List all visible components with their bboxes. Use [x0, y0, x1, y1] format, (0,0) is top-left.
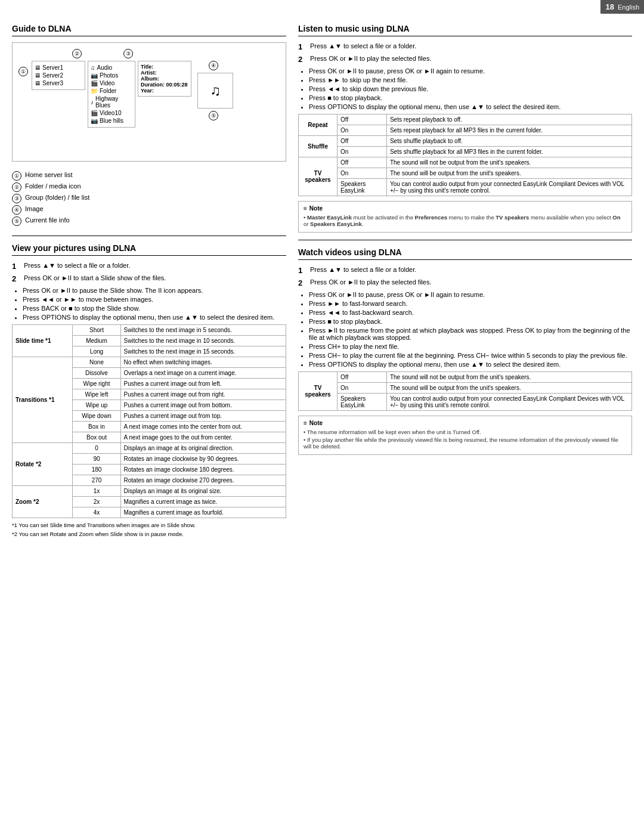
table-row: Speakers EasyLink You can control audio …: [299, 394, 632, 411]
table-row: Speakers EasyLink You can control audio …: [299, 179, 632, 196]
right-column: Listen to music using DLNA 1 Press ▲▼ to…: [298, 24, 632, 537]
left-column: Guide to DLNA ② ③ ① 🖥 Server1: [12, 24, 286, 537]
section-divider: [12, 236, 286, 236]
note-icon: ≡: [304, 205, 307, 212]
table-row: Zoom *2 1x Displays an image at its orig…: [13, 486, 286, 497]
watch-title: Watch videos using DLNA: [298, 247, 632, 260]
table-row: On Sets repeat playback for all MP3 file…: [299, 125, 632, 136]
step-1: 1 Press ▲▼ to select a file or a folder.: [12, 262, 286, 271]
pictures-bullets: Press OK or ►II to pause the Slide show.…: [23, 287, 286, 321]
table-row: TV speakers Off The sound will not be ou…: [299, 157, 632, 168]
folder-item: 📷Blue hills: [91, 117, 132, 125]
note-box-1: ≡ Note • Master EasyLink must be activat…: [298, 201, 632, 233]
watch-step-1: 1 Press ▲▼ to select a file or a folder.: [298, 266, 632, 275]
dlna-diagram: ② ③ ① 🖥 Server1 🖥 Server2: [12, 42, 286, 162]
folder-item: 🎬Video10: [91, 109, 132, 117]
server-icon: 🖥: [35, 80, 41, 86]
note-header: ≡ Note: [304, 205, 627, 212]
section-divider-2: [298, 240, 632, 240]
table-row: On The sound will be output from the uni…: [299, 383, 632, 394]
language-label: English: [618, 4, 639, 11]
legend-item: ⑤ Current file info: [12, 216, 286, 226]
listen-step-1: 1 Press ▲▼ to select a file or a folder.: [298, 42, 632, 51]
table-row: Shuffle Off Sets shuffle playback to off…: [299, 136, 632, 147]
server-icon: 🖥: [35, 64, 41, 71]
watch-step-2: 2 Press OK or ►II to play the selected f…: [298, 278, 632, 287]
note-box-2: ≡ Note • The resume information will be …: [298, 416, 632, 455]
info-panel: Title: Artist: Album: Duration: 00:05:28…: [138, 61, 191, 97]
server-icon: 🖥: [35, 72, 41, 79]
music-note-icon: ♫: [197, 73, 233, 109]
step-2: 2 Press OK or ►II to start a Slide show …: [12, 274, 286, 283]
page-header: 18 English: [600, 0, 644, 14]
note-content-2: • The resume information will be kept ev…: [304, 429, 627, 450]
table-row: Transitions *1 None No effect when switc…: [13, 357, 286, 368]
options-table: Slide time *1 Short Switches to the next…: [12, 324, 286, 518]
listen-bullets: Press OK or ►II to pause, press OK or ►I…: [309, 67, 632, 110]
table-row: Rotate *2 0 Displays an image at its ori…: [13, 443, 286, 454]
listen-table: Repeat Off Sets repeat playback to off. …: [298, 114, 632, 196]
listen-title: Listen to music using DLNA: [298, 24, 632, 36]
table-row: On The sound will be output from the uni…: [299, 168, 632, 179]
page-number: 18: [605, 2, 614, 11]
footnote-2: *2 You can set Rotate and Zoom when Slid…: [12, 531, 286, 537]
legend-list: ① Home server list ② Folder / media icon…: [12, 171, 286, 226]
legend-item: ② Folder / media icon: [12, 182, 286, 192]
folder-item: ♫Audio: [91, 64, 132, 72]
table-row: On Sets shuffle playback for all MP3 fil…: [299, 147, 632, 157]
folder-item: 📷Photos: [91, 72, 132, 79]
listen-step-2: 2 Press OK or ►II to play the selected f…: [298, 55, 632, 64]
server-item: 🖥 Server1: [35, 64, 82, 72]
diagram-num-5: ⑤: [209, 111, 218, 120]
server-item: 🖥 Server2: [35, 72, 82, 79]
guide-dlna-title: Guide to DLNA: [12, 24, 286, 36]
note-header-2: ≡ Note: [304, 420, 627, 426]
footnote-1: *1 You can set Slide time and Transition…: [12, 522, 286, 528]
note-icon-2: ≡: [304, 420, 307, 426]
folder-item: 🎬Video: [91, 79, 132, 87]
folder-item: 📁Folder: [91, 87, 132, 95]
folder-item: ♪Highway Blues: [91, 95, 132, 109]
diagram-num-1: ①: [18, 67, 28, 76]
watch-bullets: Press OK or ►II to pause, press OK or ►I…: [309, 291, 632, 368]
diagram-num-2: ②: [72, 49, 82, 58]
legend-item: ④ Image: [12, 205, 286, 215]
server-item: 🖥 Server3: [35, 79, 82, 87]
watch-table: TV speakers Off The sound will not be ou…: [298, 371, 632, 411]
diagram-num-3: ③: [123, 49, 133, 58]
server-list: 🖥 Server1 🖥 Server2 🖥 Server3: [32, 61, 85, 90]
legend-item: ③ Group (folder) / file list: [12, 194, 286, 203]
diagram-num-4: ④: [209, 61, 218, 70]
legend-item: ① Home server list: [12, 171, 286, 181]
view-pictures-title: View your pictures using DLNA: [12, 243, 286, 256]
table-row: Repeat Off Sets repeat playback to off.: [299, 114, 632, 125]
table-row: TV speakers Off The sound will not be ou…: [299, 372, 632, 383]
table-row: Slide time *1 Short Switches to the next…: [13, 325, 286, 336]
folder-list: ♫Audio 📷Photos 🎬Video 📁Folder ♪Highway B…: [88, 61, 135, 128]
note-content: • Master EasyLink must be activated in t…: [304, 214, 627, 227]
